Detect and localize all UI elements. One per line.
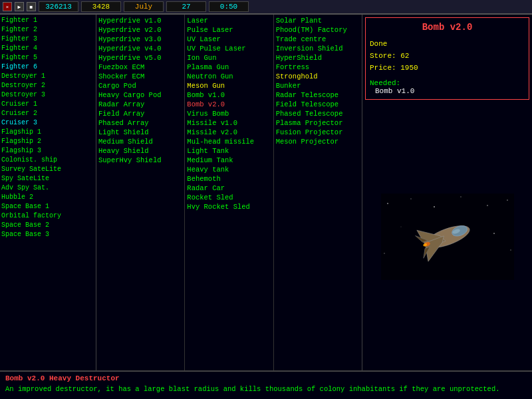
weapon-list-item[interactable]: Hvy Rocket Sled bbox=[187, 202, 271, 211]
ship-list-item[interactable]: Space Base 3 bbox=[1, 230, 94, 239]
ship-list-item[interactable]: Flagship 3 bbox=[1, 146, 94, 156]
weapon-list-item[interactable]: Behemoth bbox=[187, 174, 271, 184]
ship-list-item[interactable]: Orbital factory bbox=[1, 211, 94, 221]
credits-display: 326213 bbox=[39, 1, 78, 12]
weapon-list-item[interactable]: Meson Gun bbox=[187, 81, 271, 90]
weapon-list-item[interactable]: Missile v2.0 bbox=[187, 128, 271, 137]
pause-icon[interactable]: ▶ bbox=[15, 2, 24, 11]
price-label: Price: bbox=[370, 64, 396, 72]
building-list-item[interactable]: Fortress bbox=[276, 63, 360, 72]
weapon-list-item[interactable]: Neutron Gun bbox=[187, 72, 271, 81]
item-info-box: Bomb v2.0 Done Store: 62 Price: 1950 Nee… bbox=[365, 17, 529, 100]
weapon-list-item[interactable]: Bomb v2.0 bbox=[187, 100, 271, 109]
ship-list-item[interactable]: Adv Spy Sat. bbox=[1, 184, 94, 193]
ship-list-item[interactable]: Space Base 2 bbox=[1, 221, 94, 230]
weapon-list-item[interactable]: Heavy tank bbox=[187, 165, 271, 174]
weapon-list-item[interactable]: Radar Car bbox=[187, 184, 271, 193]
ship-list-item[interactable]: Flagship 1 bbox=[1, 128, 94, 137]
building-list-item[interactable]: Inversion Shield bbox=[276, 44, 360, 53]
ship-list-item[interactable]: Fighter 6 bbox=[1, 63, 94, 72]
ship-list-item[interactable]: Cruiser 2 bbox=[1, 109, 94, 118]
item-title: Bomb v2.0 bbox=[370, 22, 525, 33]
drive-list-item[interactable]: Hyperdrive v1.0 bbox=[98, 16, 182, 25]
drive-list-item[interactable]: Hyperdrive v4.0 bbox=[98, 44, 182, 53]
ship-list-item[interactable]: Fighter 2 bbox=[1, 25, 94, 35]
drive-list-item[interactable]: Radar Array bbox=[98, 100, 182, 109]
drive-list-item[interactable]: Hyperdrive v3.0 bbox=[98, 35, 182, 44]
svg-point-10 bbox=[510, 249, 511, 250]
building-list-item[interactable]: Trade centre bbox=[276, 35, 360, 44]
building-list-item[interactable]: Meson Projector bbox=[276, 137, 360, 146]
svg-point-2 bbox=[410, 198, 412, 200]
ship-list-item[interactable]: Destroyer 3 bbox=[1, 90, 94, 100]
weapon-list-item[interactable]: Ion Gun bbox=[187, 53, 271, 63]
svg-point-9 bbox=[384, 253, 385, 254]
ship-list-item[interactable]: Spy SateLite bbox=[1, 174, 94, 184]
drive-list-item[interactable]: Field Array bbox=[98, 109, 182, 118]
building-list-item[interactable]: Phased Telescope bbox=[276, 109, 360, 118]
ship-list-item[interactable]: Survey SateLite bbox=[1, 165, 94, 174]
ship-list-item[interactable]: Cruiser 1 bbox=[1, 100, 94, 109]
weapon-list-item[interactable]: Missile v1.0 bbox=[187, 118, 271, 128]
ship-list-item[interactable]: Space Base 1 bbox=[1, 202, 94, 211]
equipment-panel: Hyperdrive v1.0Hyperdrive v2.0Hyperdrive… bbox=[96, 15, 362, 370]
ship-list-item[interactable]: Colonist. ship bbox=[1, 156, 94, 165]
needed-section: Needed: Bomb v1.0 bbox=[370, 79, 525, 95]
building-list-item[interactable]: Stronghold bbox=[276, 72, 360, 81]
drive-list-item[interactable]: Fuezbox ECM bbox=[98, 63, 182, 72]
description-title: Bomb v2.0 Heavy Destructor bbox=[5, 374, 527, 382]
drive-list-item[interactable]: Medium Shield bbox=[98, 137, 182, 146]
price-value: 1950 bbox=[400, 64, 418, 72]
svg-point-6 bbox=[507, 200, 508, 201]
ship-list-item[interactable]: Fighter 5 bbox=[1, 53, 94, 63]
building-list-item[interactable]: HyperShield bbox=[276, 53, 360, 63]
ship-list-item[interactable]: Fighter 1 bbox=[1, 16, 94, 25]
drive-shield-col: Hyperdrive v1.0Hyperdrive v2.0Hyperdrive… bbox=[96, 15, 185, 370]
top-bar: × ▶ ■ 326213 3428 July 27 0:50 bbox=[0, 0, 532, 15]
building-list-item[interactable]: Solar Plant bbox=[276, 16, 360, 25]
ship-list-item[interactable]: Cruiser 3 bbox=[1, 118, 94, 128]
weapon-list-item[interactable]: Laser bbox=[187, 16, 271, 25]
stop-icon[interactable]: ■ bbox=[27, 2, 36, 11]
description-text: An improved destructor, it has a large b… bbox=[5, 384, 527, 394]
svg-point-7 bbox=[400, 226, 401, 227]
building-list-item[interactable]: Fusion Projector bbox=[276, 128, 360, 137]
drive-list-item[interactable]: Hyperdrive v2.0 bbox=[98, 25, 182, 35]
drive-list-item[interactable]: Heavy Shield bbox=[98, 146, 182, 156]
done-label: Done bbox=[370, 40, 387, 48]
month-display: July bbox=[124, 1, 164, 12]
weapon-list-item[interactable]: Pulse Laser bbox=[187, 25, 271, 35]
building-list-item[interactable]: Phood(TM) Factory bbox=[276, 25, 360, 35]
ship-list-item[interactable]: Destroyer 1 bbox=[1, 72, 94, 81]
drive-list-item[interactable]: Light Shield bbox=[98, 128, 182, 137]
drive-list-item[interactable]: Shocker ECM bbox=[98, 72, 182, 81]
weapon-list-item[interactable]: UV Pulse Laser bbox=[187, 44, 271, 53]
ship-list-item[interactable]: Fighter 3 bbox=[1, 35, 94, 44]
weapon-list-item[interactable]: Bomb v1.0 bbox=[187, 90, 271, 100]
building-list-item[interactable]: Plasma Projector bbox=[276, 118, 360, 128]
weapon-list-item[interactable]: Rocket Sled bbox=[187, 193, 271, 202]
building-list-item[interactable]: Field Telescope bbox=[276, 100, 360, 109]
ship-list-item[interactable]: Flagship 2 bbox=[1, 137, 94, 146]
drive-list-item[interactable]: SuperHvy Shield bbox=[98, 156, 182, 165]
building-list-item[interactable]: Radar Telescope bbox=[276, 90, 360, 100]
weapon-list-item[interactable]: Light Tank bbox=[187, 146, 271, 156]
weapon-list-item[interactable]: UV Laser bbox=[187, 35, 271, 44]
close-icon[interactable]: × bbox=[3, 2, 12, 11]
ship-list-items: Fighter 1Fighter 2Fighter 3Fighter 4Figh… bbox=[1, 16, 94, 239]
ship-list-item[interactable]: Destroyer 2 bbox=[1, 81, 94, 90]
building-list-item[interactable]: Bunker bbox=[276, 81, 360, 90]
price-row: Price: 1950 bbox=[370, 62, 525, 74]
weapon-list-item[interactable]: Plasma Gun bbox=[187, 63, 271, 72]
drive-list-item[interactable]: Heavy Cargo Pod bbox=[98, 90, 182, 100]
weapon-list-item[interactable]: Virus Bomb bbox=[187, 109, 271, 118]
drive-list-item[interactable]: Cargo Pod bbox=[98, 81, 182, 90]
weapon-list-item[interactable]: Medium Tank bbox=[187, 156, 271, 165]
drive-list-item[interactable]: Phased Array bbox=[98, 118, 182, 128]
weapon-list-item[interactable]: Mul-head missile bbox=[187, 137, 271, 146]
ship-list-item[interactable]: Hubble 2 bbox=[1, 193, 94, 202]
spaceship-graphic bbox=[381, 194, 514, 280]
ship-list-item[interactable]: Fighter 4 bbox=[1, 44, 94, 53]
needed-item: Bomb v1.0 bbox=[370, 87, 525, 95]
drive-list-item[interactable]: Hyperdrive v5.0 bbox=[98, 53, 182, 63]
